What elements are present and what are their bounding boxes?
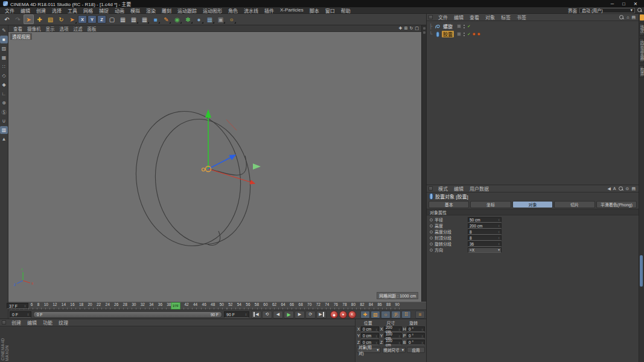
keyframe-parameter-toggle[interactable]: Ⓟ [391, 311, 401, 319]
visibility-dots-icon[interactable] [464, 33, 465, 34]
panel-icon[interactable]: ▤ [631, 15, 636, 20]
attribute-manager-menu-item[interactable]: 用户数据 [467, 185, 492, 192]
attribute-field[interactable]: 8 [468, 229, 502, 235]
object-row-capsule[interactable]: └ 胶囊 ✓ [429, 30, 639, 38]
uv-mode-button[interactable]: ▦ [0, 54, 8, 62]
attribute-field[interactable]: 200 cm [468, 223, 502, 229]
object-manager-tab-icon[interactable] [640, 14, 644, 21]
keyframe-position-toggle[interactable]: ✚ [360, 311, 370, 319]
lock-y-axis-button[interactable]: Y [88, 15, 97, 24]
viewport-menu-item[interactable]: 摄像机 [25, 25, 43, 32]
rotate-view-icon[interactable]: ↻ [410, 26, 413, 31]
menu-item[interactable]: 捕捉 [96, 7, 112, 14]
menu-item[interactable]: 工具 [65, 7, 80, 14]
visibility-dots-icon[interactable] [464, 25, 465, 26]
search-icon[interactable] [619, 186, 623, 191]
range-start-field[interactable]: 0 F [10, 311, 31, 318]
material-menu-item[interactable]: 编辑 [24, 319, 40, 326]
attribute-field[interactable]: +X [468, 247, 502, 253]
autokey-button[interactable]: ● [339, 311, 347, 319]
object-manager-menu-item[interactable]: 编辑 [451, 14, 467, 21]
range-end-field[interactable]: 90 F [224, 311, 249, 318]
viewport-solo-button[interactable]: Ⓢ [0, 108, 8, 116]
lock-z-axis-button[interactable]: Z [97, 15, 106, 24]
viewport[interactable]: 查看摄像机显示选项过滤面板 ✚⊞↻▢ 透视视图 [8, 25, 421, 302]
next-key-button[interactable]: ⟳ [305, 311, 316, 319]
menu-item[interactable]: 文件 [2, 7, 18, 14]
menu-item[interactable]: 选择 [49, 7, 65, 14]
goto-start-button[interactable]: ◀ [251, 311, 261, 319]
coordinate-mode-select[interactable]: 对象(相对)▾ [357, 347, 381, 353]
menu-item[interactable]: 角色 [225, 7, 241, 14]
menu-item[interactable]: 帮助 [338, 7, 354, 14]
keyframe-scale-toggle[interactable]: ▧ [371, 311, 380, 319]
target-icon[interactable]: ⊙ [626, 186, 630, 191]
viewport-menu-item[interactable]: 查看 [11, 25, 25, 32]
polygons-mode-button[interactable]: ◆ [0, 81, 8, 89]
home-icon[interactable]: ⌂ [626, 15, 629, 19]
edges-mode-button[interactable]: ◇ [0, 72, 8, 80]
rotation-field[interactable]: 0 ° [407, 340, 425, 345]
redo-icon[interactable]: ↷ [13, 14, 23, 24]
menu-item[interactable]: 运动跟踪 [174, 7, 200, 14]
timeline-ruler[interactable]: 0246810121416182022242628303234363840424… [8, 302, 426, 310]
menu-item[interactable]: 模拟 [127, 7, 143, 14]
lock-workplane-button[interactable]: ▲ [0, 135, 8, 143]
lock-x-axis-button[interactable]: X [78, 15, 87, 24]
object-properties-section-header[interactable]: 对象属性 [427, 209, 639, 215]
record-options-button[interactable]: K [348, 311, 356, 319]
make-editable-button[interactable]: ✎ [0, 27, 8, 34]
object-manager-menu-item[interactable]: 书签 [514, 14, 529, 21]
rotation-field[interactable]: 0 ° [407, 326, 425, 332]
record-keyframe-button[interactable]: ◆ [330, 311, 338, 319]
attribute-tab[interactable]: 对象 [512, 201, 553, 208]
maximize-button[interactable]: □ [622, 1, 625, 7]
live-selection-tool[interactable]: ➤ [24, 14, 34, 24]
apply-button[interactable]: 应用 [407, 347, 425, 353]
panel-grip-icon[interactable] [429, 15, 433, 19]
object-name[interactable]: 胶囊 [442, 31, 454, 37]
menu-item[interactable]: 脚本 [307, 7, 322, 14]
text-size-icon[interactable]: A [613, 186, 616, 191]
attribute-field[interactable]: 50 cm [468, 217, 502, 223]
menu-item[interactable]: 雕刻 [159, 7, 174, 14]
minimize-button[interactable]: ─ [611, 1, 614, 7]
undo-icon[interactable]: ↶ [2, 14, 12, 24]
menu-item[interactable]: 渲染 [143, 7, 159, 14]
animation-dot-icon[interactable] [430, 224, 433, 227]
goto-end-button[interactable]: ▶ [316, 311, 327, 319]
model-mode-button[interactable]: ■ [0, 36, 8, 43]
dock-tab[interactable]: 构造 [639, 65, 644, 78]
texture-mode-button[interactable]: ▨ [0, 45, 8, 52]
timeline-options-button[interactable]: ≡ [415, 311, 425, 319]
editor-visibility-dot[interactable] [473, 33, 476, 36]
object-manager-menu-item[interactable]: 对象 [482, 14, 498, 21]
close-button[interactable]: ✕ [634, 1, 637, 7]
menu-item[interactable]: 编辑 [18, 7, 33, 14]
menu-item[interactable]: 流水线 [241, 7, 261, 14]
menu-item[interactable]: 创建 [33, 7, 49, 14]
attribute-tab[interactable]: 平滑着色(Phong) [596, 201, 637, 208]
move-tool[interactable]: ✚ [34, 14, 45, 24]
environment-menu[interactable]: ▦ [205, 14, 215, 24]
rotation-field[interactable]: 0 ° [407, 333, 425, 338]
workplane-button[interactable]: ▥ [0, 126, 8, 134]
generators-menu[interactable]: ◉ [172, 14, 182, 24]
keyframe-rotation-toggle[interactable]: ○ [381, 311, 391, 319]
scale-tool[interactable]: ▧ [45, 14, 56, 24]
animation-dot-icon[interactable] [430, 230, 433, 233]
layer-tag-icon[interactable] [457, 32, 461, 36]
attribute-tab[interactable]: 坐标 [470, 201, 511, 208]
dock-tab[interactable]: 场次 [639, 23, 644, 36]
attribute-tab[interactable]: 基本 [429, 201, 469, 208]
attribute-manager-menu-item[interactable]: 模式 [435, 185, 451, 192]
panel-grip-icon[interactable] [429, 186, 433, 191]
spline-pen-menu[interactable]: ✎ [161, 14, 171, 24]
primitive-cube-menu[interactable]: ■ [150, 14, 161, 24]
viewport-menu-item[interactable]: 选项 [57, 25, 71, 32]
viewport-menu-item[interactable]: 显示 [43, 25, 57, 32]
object-manager-menu-item[interactable]: 标签 [498, 14, 514, 21]
object-manager-menu-item[interactable]: 查看 [467, 14, 482, 21]
animation-dot-icon[interactable] [430, 249, 433, 252]
toggle-view-icon[interactable]: ▢ [415, 26, 419, 31]
